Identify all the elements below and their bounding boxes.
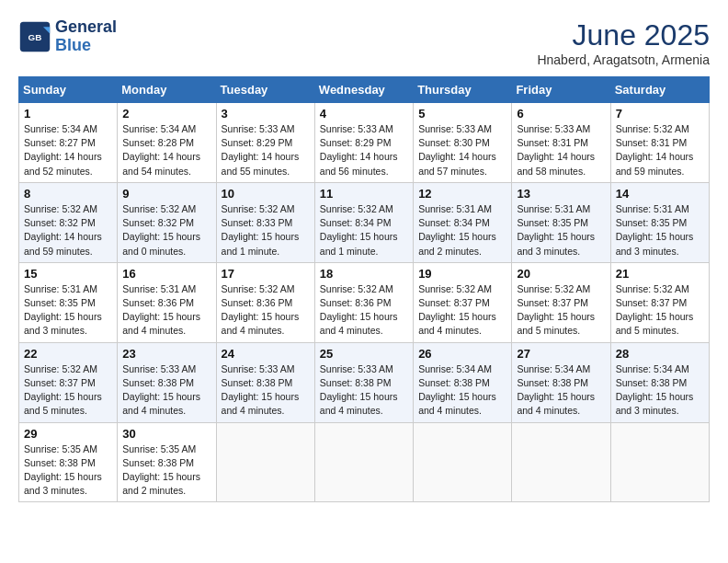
day-info: Sunrise: 5:33 AMSunset: 8:31 PMDaylight:… xyxy=(517,122,605,178)
title-area: June 2025 Hnaberd, Aragatsotn, Armenia xyxy=(537,18,710,67)
weekday-header-monday: Monday xyxy=(118,77,216,103)
day-info: Sunrise: 5:32 AMSunset: 8:32 PMDaylight:… xyxy=(24,202,112,259)
calendar-subtitle: Hnaberd, Aragatsotn, Armenia xyxy=(537,52,710,67)
calendar-cell: 27Sunrise: 5:34 AMSunset: 8:38 PMDayligh… xyxy=(512,342,610,422)
day-info: Sunrise: 5:32 AMSunset: 8:34 PMDaylight:… xyxy=(320,202,408,259)
weekday-header-saturday: Saturday xyxy=(610,77,709,103)
calendar-week-row: 15Sunrise: 5:31 AMSunset: 8:35 PMDayligh… xyxy=(19,262,710,342)
day-number: 29 xyxy=(24,427,112,441)
logo-line1: General xyxy=(55,17,117,36)
day-number: 14 xyxy=(616,187,704,201)
day-info: Sunrise: 5:32 AMSunset: 8:32 PMDaylight:… xyxy=(122,202,210,259)
day-number: 27 xyxy=(517,347,605,361)
calendar-cell: 29Sunrise: 5:35 AMSunset: 8:38 PMDayligh… xyxy=(19,422,118,502)
calendar-week-row: 8Sunrise: 5:32 AMSunset: 8:32 PMDaylight… xyxy=(19,182,710,262)
calendar-cell: 5Sunrise: 5:33 AMSunset: 8:30 PMDaylight… xyxy=(414,103,512,183)
calendar-week-row: 29Sunrise: 5:35 AMSunset: 8:38 PMDayligh… xyxy=(19,422,710,502)
calendar-cell: 17Sunrise: 5:32 AMSunset: 8:36 PMDayligh… xyxy=(216,262,314,342)
day-info: Sunrise: 5:32 AMSunset: 8:31 PMDaylight:… xyxy=(616,122,704,178)
calendar-cell xyxy=(610,422,709,502)
day-number: 22 xyxy=(24,347,112,361)
day-info: Sunrise: 5:35 AMSunset: 8:38 PMDaylight:… xyxy=(122,442,210,499)
day-number: 16 xyxy=(122,267,210,281)
day-info: Sunrise: 5:34 AMSunset: 8:28 PMDaylight:… xyxy=(122,122,210,178)
day-number: 2 xyxy=(122,107,210,121)
calendar-cell: 7Sunrise: 5:32 AMSunset: 8:31 PMDaylight… xyxy=(610,103,709,183)
day-info: Sunrise: 5:33 AMSunset: 8:29 PMDaylight:… xyxy=(320,122,408,178)
day-info: Sunrise: 5:34 AMSunset: 8:38 PMDaylight:… xyxy=(517,362,605,419)
day-number: 7 xyxy=(616,107,704,121)
day-info: Sunrise: 5:31 AMSunset: 8:35 PMDaylight:… xyxy=(616,202,704,259)
day-number: 24 xyxy=(222,347,310,361)
day-info: Sunrise: 5:32 AMSunset: 8:37 PMDaylight:… xyxy=(616,282,704,339)
calendar-cell: 13Sunrise: 5:31 AMSunset: 8:35 PMDayligh… xyxy=(512,182,610,262)
day-info: Sunrise: 5:34 AMSunset: 8:27 PMDaylight:… xyxy=(24,122,112,178)
calendar-cell: 15Sunrise: 5:31 AMSunset: 8:35 PMDayligh… xyxy=(19,262,118,342)
calendar-cell: 4Sunrise: 5:33 AMSunset: 8:29 PMDaylight… xyxy=(314,103,413,183)
svg-text:GB: GB xyxy=(28,31,42,41)
calendar-cell: 10Sunrise: 5:32 AMSunset: 8:33 PMDayligh… xyxy=(216,182,314,262)
day-info: Sunrise: 5:31 AMSunset: 8:36 PMDaylight:… xyxy=(122,282,210,339)
calendar-cell: 28Sunrise: 5:34 AMSunset: 8:38 PMDayligh… xyxy=(610,342,709,422)
weekday-header-tuesday: Tuesday xyxy=(216,77,314,103)
day-number: 9 xyxy=(122,187,210,201)
day-info: Sunrise: 5:35 AMSunset: 8:38 PMDaylight:… xyxy=(24,442,112,499)
day-number: 10 xyxy=(222,187,310,201)
logo-icon: GB xyxy=(18,20,51,53)
day-info: Sunrise: 5:33 AMSunset: 8:38 PMDaylight:… xyxy=(122,362,210,419)
calendar-cell: 8Sunrise: 5:32 AMSunset: 8:32 PMDaylight… xyxy=(19,182,118,262)
calendar-cell: 23Sunrise: 5:33 AMSunset: 8:38 PMDayligh… xyxy=(118,342,216,422)
day-info: Sunrise: 5:34 AMSunset: 8:38 PMDaylight:… xyxy=(418,362,506,419)
calendar-cell xyxy=(512,422,610,502)
calendar-cell xyxy=(414,422,512,502)
day-info: Sunrise: 5:32 AMSunset: 8:37 PMDaylight:… xyxy=(517,282,605,339)
page-header: GB General Blue June 2025 Hnaberd, Araga… xyxy=(18,18,710,67)
day-number: 11 xyxy=(320,187,408,201)
day-info: Sunrise: 5:32 AMSunset: 8:36 PMDaylight:… xyxy=(320,282,408,339)
calendar-cell xyxy=(216,422,314,502)
day-info: Sunrise: 5:33 AMSunset: 8:38 PMDaylight:… xyxy=(320,362,408,419)
calendar-cell: 16Sunrise: 5:31 AMSunset: 8:36 PMDayligh… xyxy=(118,262,216,342)
day-info: Sunrise: 5:33 AMSunset: 8:29 PMDaylight:… xyxy=(222,122,310,178)
calendar-title: June 2025 xyxy=(537,18,710,52)
logo: GB General Blue xyxy=(18,18,117,55)
day-number: 23 xyxy=(122,347,210,361)
weekday-header-sunday: Sunday xyxy=(19,77,118,103)
calendar-cell: 19Sunrise: 5:32 AMSunset: 8:37 PMDayligh… xyxy=(414,262,512,342)
day-info: Sunrise: 5:33 AMSunset: 8:38 PMDaylight:… xyxy=(222,362,310,419)
day-number: 20 xyxy=(517,267,605,281)
calendar-cell xyxy=(314,422,413,502)
day-number: 19 xyxy=(418,267,506,281)
calendar-cell: 25Sunrise: 5:33 AMSunset: 8:38 PMDayligh… xyxy=(314,342,413,422)
day-number: 6 xyxy=(517,107,605,121)
day-info: Sunrise: 5:32 AMSunset: 8:37 PMDaylight:… xyxy=(24,362,112,419)
day-number: 8 xyxy=(24,187,112,201)
day-number: 13 xyxy=(517,187,605,201)
day-number: 1 xyxy=(24,107,112,121)
day-number: 18 xyxy=(320,267,408,281)
calendar-cell: 9Sunrise: 5:32 AMSunset: 8:32 PMDaylight… xyxy=(118,182,216,262)
calendar-cell: 6Sunrise: 5:33 AMSunset: 8:31 PMDaylight… xyxy=(512,103,610,183)
day-info: Sunrise: 5:31 AMSunset: 8:35 PMDaylight:… xyxy=(517,202,605,259)
calendar-cell: 2Sunrise: 5:34 AMSunset: 8:28 PMDaylight… xyxy=(118,103,216,183)
day-number: 26 xyxy=(418,347,506,361)
day-number: 3 xyxy=(222,107,310,121)
day-number: 25 xyxy=(320,347,408,361)
calendar-cell: 18Sunrise: 5:32 AMSunset: 8:36 PMDayligh… xyxy=(314,262,413,342)
calendar-cell: 21Sunrise: 5:32 AMSunset: 8:37 PMDayligh… xyxy=(610,262,709,342)
day-number: 28 xyxy=(616,347,704,361)
day-info: Sunrise: 5:32 AMSunset: 8:33 PMDaylight:… xyxy=(222,202,310,259)
calendar-week-row: 22Sunrise: 5:32 AMSunset: 8:37 PMDayligh… xyxy=(19,342,710,422)
calendar-cell: 24Sunrise: 5:33 AMSunset: 8:38 PMDayligh… xyxy=(216,342,314,422)
day-number: 30 xyxy=(122,427,210,441)
day-info: Sunrise: 5:31 AMSunset: 8:35 PMDaylight:… xyxy=(24,282,112,339)
day-info: Sunrise: 5:31 AMSunset: 8:34 PMDaylight:… xyxy=(418,202,506,259)
day-info: Sunrise: 5:32 AMSunset: 8:36 PMDaylight:… xyxy=(222,282,310,339)
logo-line2: Blue xyxy=(55,36,91,54)
day-number: 17 xyxy=(222,267,310,281)
calendar-week-row: 1Sunrise: 5:34 AMSunset: 8:27 PMDaylight… xyxy=(19,103,710,183)
day-number: 4 xyxy=(320,107,408,121)
day-number: 21 xyxy=(616,267,704,281)
day-info: Sunrise: 5:33 AMSunset: 8:30 PMDaylight:… xyxy=(418,122,506,178)
calendar-cell: 1Sunrise: 5:34 AMSunset: 8:27 PMDaylight… xyxy=(19,103,118,183)
